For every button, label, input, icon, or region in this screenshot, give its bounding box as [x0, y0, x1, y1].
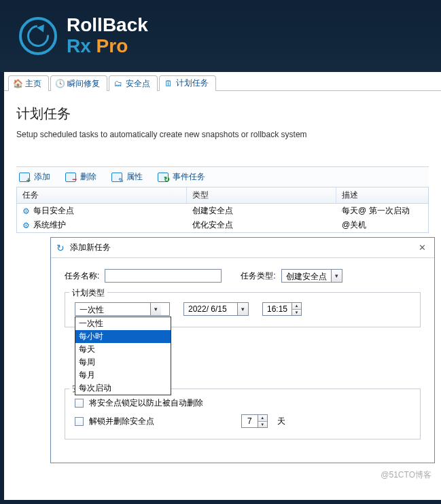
logo-rx: Rx: [67, 35, 91, 56]
time-spinner[interactable]: 16:15 ▲ ▼: [262, 302, 302, 316]
cell-type: 创建安全点: [187, 204, 336, 217]
table-row[interactable]: ⚙ 系统维护 优化安全点 @关机: [17, 218, 428, 232]
task-type-select[interactable]: 创建安全点: [281, 269, 342, 283]
task-type-label: 任务类型:: [241, 270, 275, 282]
chevron-down-icon[interactable]: [150, 303, 161, 315]
delete-button[interactable]: 删除: [65, 171, 96, 183]
header-task: 任务: [17, 187, 187, 203]
properties-label: 属性: [126, 171, 143, 183]
tab-schedule[interactable]: 🗓 计划任务: [159, 75, 216, 91]
logo-circle-icon: [19, 17, 57, 55]
page-title: 计划任务: [16, 105, 429, 123]
unlock-checkbox[interactable]: [75, 417, 84, 426]
spin-down-icon[interactable]: ▼: [292, 310, 301, 316]
cell-desc: @关机: [336, 219, 428, 232]
task-name-input[interactable]: [105, 269, 222, 283]
content-area: 🏠 主页 🕓 瞬间修复 🗂 安全点 🗓 计划任务 计划任务 Setup sche…: [0, 72, 441, 504]
days-value: 7: [242, 415, 258, 427]
add-label: 添加: [34, 171, 50, 183]
home-icon: 🏠: [13, 79, 22, 88]
add-task-dialog: ↻ 添加新任务 ✕ 任务名称: 任务类型: 创建安全点 计划类型: [50, 237, 435, 463]
event-icon: [158, 173, 169, 182]
event-label: 事件任务: [173, 171, 205, 183]
schedule-option[interactable]: 每天: [75, 343, 171, 356]
delete-icon: [65, 173, 76, 182]
lock-label: 将安全点锁定以防止被自动删除: [89, 397, 203, 409]
event-task-button[interactable]: 事件任务: [158, 171, 205, 183]
dialog-titlebar[interactable]: ↻ 添加新任务 ✕: [51, 238, 434, 258]
header-type: 类型: [187, 187, 336, 203]
add-icon: [19, 173, 30, 182]
restore-icon: 🕓: [55, 79, 65, 88]
schedule-option[interactable]: 每次启动: [75, 382, 171, 395]
tab-label: 安全点: [126, 78, 150, 90]
logo-arrow-icon: [27, 24, 50, 48]
gear-icon: ⚙: [22, 221, 31, 230]
days-spinner[interactable]: 7 ▲ ▼: [241, 414, 268, 428]
date-select[interactable]: 2022/ 6/15: [183, 302, 249, 316]
chevron-down-icon[interactable]: [237, 303, 248, 315]
chevron-down-icon[interactable]: [331, 270, 342, 282]
watermark: @51CTO博客: [381, 469, 431, 481]
tabstrip: 🏠 主页 🕓 瞬间修复 🗂 安全点 🗓 计划任务: [4, 72, 441, 91]
tab-label: 计划任务: [176, 77, 209, 89]
task-table-body: ⚙ 每日安全点 创建安全点 每天@ 第一次启动 ⚙ 系统维护 优化安全点 @关机: [16, 204, 429, 233]
security-fieldset: 安全点设置 将安全点锁定以防止被自动删除 解锁并删除安全点 7 ▲ ▼: [65, 389, 421, 439]
properties-button[interactable]: 属性: [111, 171, 143, 183]
unlock-label: 解锁并删除安全点: [89, 416, 154, 427]
schedule-option[interactable]: 每小时: [75, 330, 171, 343]
task-table-header: 任务 类型 描述: [16, 187, 429, 204]
header-desc: 描述: [336, 187, 428, 203]
logo-pro: Pro: [96, 35, 128, 56]
schedule-type-legend: 计划类型: [69, 287, 107, 299]
spin-up-icon[interactable]: ▲: [292, 303, 301, 310]
snapshot-icon: 🗂: [113, 79, 123, 88]
lock-checkbox[interactable]: [75, 399, 84, 408]
logo-line1: RollBack: [67, 15, 148, 36]
schedule-option[interactable]: 每周: [75, 356, 171, 369]
schedule-type-fieldset: 计划类型 一次性 一次性 每小时 每天 每周 每月 每次启动: [65, 292, 421, 327]
tab-home[interactable]: 🏠 主页: [8, 75, 49, 91]
tab-label: 瞬间修复: [67, 78, 100, 90]
dialog-title: 添加新任务: [70, 242, 111, 253]
tab-restore[interactable]: 🕓 瞬间修复: [50, 75, 107, 91]
schedule-option[interactable]: 一次性: [75, 317, 171, 330]
time-value: 16:15: [263, 303, 292, 315]
date-value: 2022/ 6/15: [184, 303, 237, 315]
cell-task: 每日安全点: [33, 205, 74, 217]
properties-icon: [111, 173, 122, 182]
app-logo: RollBack Rx Pro: [19, 15, 148, 57]
tab-snapshot[interactable]: 🗂 安全点: [109, 75, 158, 91]
schedule-option[interactable]: 每月: [75, 369, 171, 382]
days-suffix: 天: [277, 416, 285, 427]
spin-down-icon[interactable]: ▼: [258, 422, 267, 428]
delete-label: 删除: [80, 171, 96, 183]
toolbar: 添加 删除 属性 事件任务: [16, 166, 429, 187]
cell-task: 系统维护: [33, 219, 66, 231]
schedule-type-dropdown: 一次性 每小时 每天 每周 每月 每次启动: [75, 317, 171, 395]
spin-up-icon[interactable]: ▲: [258, 415, 267, 422]
cell-type: 优化安全点: [187, 219, 336, 232]
schedule-type-value: 一次性: [75, 303, 150, 315]
app-header: RollBack Rx Pro: [0, 0, 441, 72]
task-type-value: 创建安全点: [282, 270, 331, 282]
dialog-close-button[interactable]: ✕: [416, 242, 429, 253]
task-name-label: 任务名称:: [65, 270, 99, 282]
gear-icon: ⚙: [22, 207, 31, 215]
cell-desc: 每天@ 第一次启动: [336, 204, 428, 217]
schedule-type-select[interactable]: 一次性 一次性 每小时 每天 每周 每月 每次启动: [75, 302, 170, 316]
schedule-icon: 🗓: [164, 79, 173, 88]
add-button[interactable]: 添加: [19, 171, 50, 183]
dialog-refresh-icon: ↻: [56, 242, 65, 253]
page-description: Setup scheduled tasks to automatically c…: [16, 130, 429, 139]
tab-label: 主页: [25, 78, 41, 90]
table-row[interactable]: ⚙ 每日安全点 创建安全点 每天@ 第一次启动: [17, 204, 428, 218]
